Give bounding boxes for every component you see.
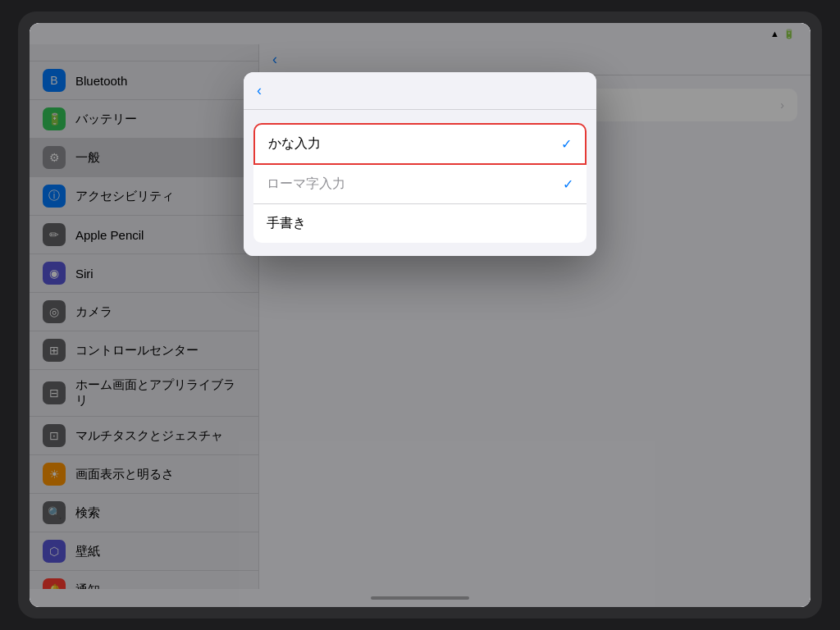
modal-body: かな入力✓ローマ字入力✓手書き [244,110,596,256]
modal-header: ‹ [244,72,596,110]
modal-option-label-romaji: ローマ字入力 [267,176,345,193]
modal-option-label-kana: かな入力 [268,135,321,153]
modal-option-check-romaji: ✓ [563,176,573,192]
ipad-screen: ▲ 🔋 BBluetooth🔋バッテリー⚙一般ⓘアクセシビリティ✏Apple P… [30,23,810,607]
modal-overlay: ‹ かな入力✓ローマ字入力✓手書き [30,23,810,607]
modal-option-kana[interactable]: かな入力✓ [253,123,587,165]
modal-option-label-handwrite: 手書き [267,215,306,232]
modal-option-handwrite[interactable]: 手書き [253,204,587,243]
modal-back-button[interactable]: ‹ [257,82,265,99]
modal-back-chevron-icon: ‹ [257,82,262,99]
modal-option-check-kana: ✓ [561,136,572,152]
ipad-frame: ▲ 🔋 BBluetooth🔋バッテリー⚙一般ⓘアクセシビリティ✏Apple P… [18,11,822,619]
modal-dialog: ‹ かな入力✓ローマ字入力✓手書き [244,72,596,256]
modal-option-romaji[interactable]: ローマ字入力✓ [253,165,587,204]
modal-options-group: かな入力✓ローマ字入力✓手書き [253,123,587,243]
